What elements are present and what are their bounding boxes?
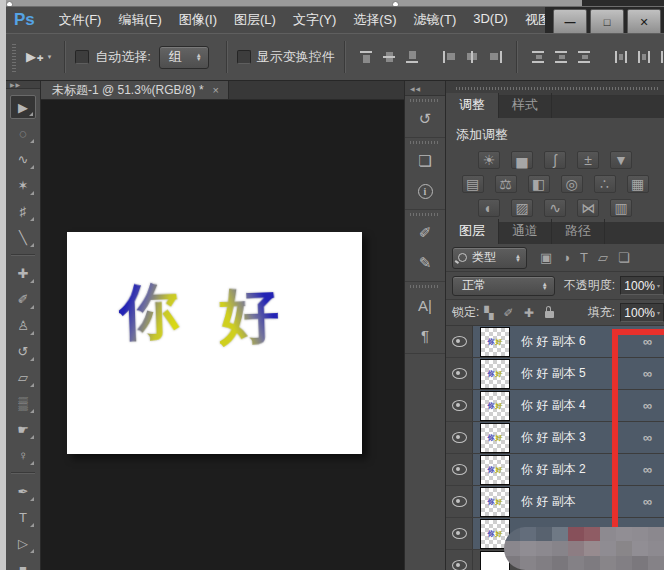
pasteboard[interactable]: 你 好 <box>41 100 404 570</box>
opacity-field[interactable]: 100% ▾ <box>620 276 664 295</box>
layer-thumbnail[interactable]: 你好 <box>480 423 510 453</box>
history-panel-icon[interactable]: ↺ <box>405 104 445 134</box>
layer-name[interactable]: 你 好 副本 5 <box>521 365 586 382</box>
strip-grip[interactable] <box>410 285 440 288</box>
layer-name[interactable]: 你 好 副本 2 <box>521 461 586 478</box>
auto-select-target-dropdown[interactable]: 组 ▲▼ <box>159 46 209 69</box>
fill-field[interactable]: 100% ▾ <box>620 303 664 322</box>
canvas[interactable]: 你 好 <box>67 232 362 454</box>
strip-grip[interactable] <box>410 141 440 144</box>
layer-row[interactable]: 你好你 好 副本 2∞ <box>446 454 664 486</box>
layer-name[interactable]: 你 好 副本 <box>521 493 576 510</box>
filter-smart-objects-icon[interactable]: ❏ <box>618 250 630 265</box>
eye-icon[interactable] <box>452 432 467 443</box>
selective-color-icon[interactable]: ▥ <box>610 199 632 217</box>
maximize-button[interactable]: □ <box>590 9 624 33</box>
menu-3D(D)[interactable]: 3D(D) <box>473 11 508 29</box>
layer-row[interactable]: 你好你 好 副本∞ <box>446 486 664 518</box>
visibility-cell[interactable] <box>446 486 473 517</box>
layer-thumbnail[interactable]: 你好 <box>480 487 510 517</box>
paragraph-panel-icon[interactable]: ¶ <box>405 320 445 350</box>
type-tool[interactable]: T <box>10 505 36 529</box>
visibility-cell[interactable] <box>446 358 473 389</box>
layer-name[interactable]: 你 好 副本 3 <box>521 429 586 446</box>
align-right-edges-icon[interactable] <box>487 49 504 65</box>
menu-图像(I)[interactable]: 图像(I) <box>179 11 217 29</box>
tab-调整[interactable]: 调整 <box>446 93 499 118</box>
eye-icon[interactable] <box>452 496 467 507</box>
filter-pixel-layers-icon[interactable]: ▣ <box>540 250 552 265</box>
lock-transparent-pixels-icon[interactable]: ▚ <box>484 306 493 320</box>
character-panel-icon[interactable]: A| <box>405 290 445 320</box>
eye-icon[interactable] <box>452 560 467 570</box>
blend-mode-dropdown[interactable]: 正常 ▲▼ <box>452 276 555 296</box>
brightness-contrast-icon[interactable]: ☀ <box>478 151 500 169</box>
brush-presets-panel-icon[interactable]: ✎ <box>405 248 445 278</box>
tab-close-icon[interactable]: × <box>213 84 219 96</box>
layer-name[interactable]: 你 好 副本 6 <box>521 333 586 350</box>
layer-thumbnail[interactable]: 你好 <box>480 455 510 485</box>
move-tool[interactable]: ▶ <box>10 95 36 119</box>
layer-thumbnail[interactable]: 你好 <box>480 359 510 389</box>
align-top-edges-icon[interactable] <box>358 49 375 65</box>
dock-collapse-button[interactable]: ◀◀ <box>405 81 445 96</box>
dodge-tool[interactable]: ♀ <box>10 443 36 467</box>
layer-row[interactable]: 你好你 好 副本 4∞ <box>446 390 664 422</box>
close-button[interactable]: ✕ <box>627 9 661 33</box>
menu-文件(F)[interactable]: 文件(F) <box>59 11 102 29</box>
align-vertical-centers-icon[interactable] <box>381 49 398 65</box>
lock-position-icon[interactable]: ✚ <box>524 306 534 320</box>
eyedropper-tool[interactable]: ╲ <box>10 225 36 249</box>
options-grip[interactable] <box>12 42 16 72</box>
distribute-top-edges-icon[interactable] <box>530 49 547 65</box>
document-tab[interactable]: 未标题-1 @ 51.3%(RGB/8) * × <box>41 81 229 99</box>
distribute-bottom-edges-icon[interactable] <box>576 49 593 65</box>
layer-thumbnail[interactable]: 你好 <box>480 327 510 357</box>
filter-adjustment-layers-icon[interactable]: ◑ <box>562 250 570 265</box>
visibility-cell[interactable] <box>446 326 473 357</box>
layer-thumbnail[interactable]: 你好 <box>480 391 510 421</box>
filter-shape-layers-icon[interactable]: ▱ <box>598 250 608 265</box>
magic-wand-tool[interactable]: ✶ <box>10 173 36 197</box>
color-balance-icon[interactable]: ⚖ <box>495 175 517 193</box>
rectangle-tool[interactable]: ■ <box>10 557 36 570</box>
layer-row[interactable]: 你好你 好 副本 3∞ <box>446 422 664 454</box>
eye-icon[interactable] <box>452 528 467 539</box>
lasso-tool[interactable]: ∿ <box>10 147 36 171</box>
filter-kind-dropdown[interactable]: 类型 ▲▼ <box>452 247 527 269</box>
hue-saturation-icon[interactable]: ▤ <box>462 175 484 193</box>
layer-row[interactable]: 你好你 好 副本 6∞ <box>446 326 664 358</box>
visibility-cell[interactable] <box>446 550 473 570</box>
menu-滤镜(T)[interactable]: 滤镜(T) <box>414 11 457 29</box>
filter-type-layers-icon[interactable]: T <box>580 250 588 265</box>
distribute-left-edges-icon[interactable] <box>613 49 630 65</box>
visibility-cell[interactable] <box>446 454 473 485</box>
posterize-icon[interactable]: ▨ <box>511 199 533 217</box>
marquee-tool[interactable]: ◌ <box>10 121 36 145</box>
eraser-tool[interactable]: ▱ <box>10 365 36 389</box>
channel-mixer-icon[interactable]: ∴ <box>594 175 616 193</box>
crop-tool[interactable]: ♯ <box>10 199 36 223</box>
path-selection-tool[interactable]: ▷ <box>10 531 36 555</box>
invert-icon[interactable]: ◐ <box>478 199 500 217</box>
info-panel-icon[interactable]: i <box>405 176 445 206</box>
exposure-icon[interactable]: ± <box>577 151 599 169</box>
eye-icon[interactable] <box>452 336 467 347</box>
menu-编辑(E)[interactable]: 编辑(E) <box>118 11 161 29</box>
pen-tool[interactable]: ✒ <box>10 479 36 503</box>
visibility-cell[interactable] <box>446 422 473 453</box>
distribute-right-edges-icon[interactable] <box>659 49 664 65</box>
tools-collapse-button[interactable]: ▶▶ <box>6 81 40 89</box>
distribute-horizontal-centers-icon[interactable] <box>636 49 653 65</box>
minimize-button[interactable]: — <box>553 9 587 33</box>
lock-all-icon[interactable] <box>545 311 554 318</box>
lock-paint-icon[interactable]: ✐ <box>504 306 514 320</box>
align-horizontal-centers-icon[interactable] <box>464 49 481 65</box>
visibility-cell[interactable] <box>446 390 473 421</box>
color-lookup-icon[interactable]: ▦ <box>627 175 649 193</box>
tab-样式[interactable]: 样式 <box>499 93 552 118</box>
eye-icon[interactable] <box>452 368 467 379</box>
brush-panel-icon[interactable]: ✐ <box>405 218 445 248</box>
photo-filter-icon[interactable]: ◎ <box>561 175 583 193</box>
layer-row[interactable]: 你好你 好 副本 5∞ <box>446 358 664 390</box>
